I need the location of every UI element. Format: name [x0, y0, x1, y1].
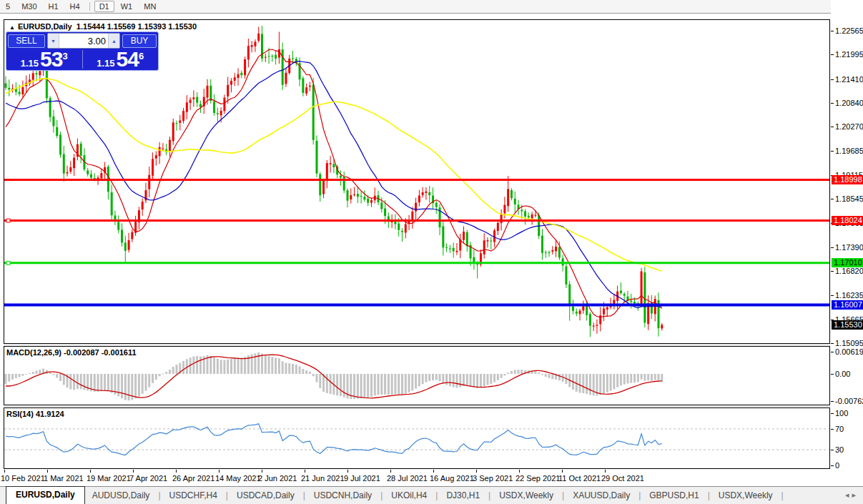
tab-audusd-daily[interactable]: AUDUSD,Daily [85, 488, 157, 504]
tab-separator: | [780, 488, 785, 504]
macd-histogram [5, 352, 664, 400]
price-badge-1.15530: 1.15530 [832, 320, 863, 330]
toolbar-separator [89, 2, 90, 11]
price-tick-label: 1.21995 [835, 50, 863, 59]
panel-splitter[interactable] [4, 345, 830, 345]
tab-usdx-weekly[interactable]: USDX,Weekly [492, 488, 561, 504]
moving-average-8 [6, 49, 662, 317]
macd-tick-mark [831, 352, 834, 352]
line-handle[interactable] [6, 219, 10, 222]
date-label: 2 Jun 2021 [258, 474, 297, 483]
ask-price-sup: 6 [139, 53, 144, 60]
line-handle[interactable] [6, 261, 10, 265]
date-tick-mark [90, 470, 91, 473]
price-tick-mark [831, 31, 834, 31]
macd-tick-label: -0.00762 [835, 397, 863, 405]
timeframe-button-5[interactable]: 5 [1, 1, 15, 12]
date-tick-mark [176, 470, 177, 473]
price-badge-1.18998: 1.18998 [832, 175, 863, 184]
date-label: 7 Apr 2021 [129, 474, 167, 483]
date-tick-mark [347, 470, 348, 473]
rsi-panel[interactable] [4, 407, 830, 469]
bid-price[interactable]: 1.15 53 3 [6, 49, 82, 70]
timeframe-button-m30[interactable]: M30 [16, 1, 41, 12]
price-tick-label: 1.20840 [835, 99, 863, 107]
sell-button[interactable]: SELL [8, 34, 45, 48]
tab-separator: | [379, 488, 384, 504]
tab-scroll-right-icon[interactable]: ▸ [852, 490, 859, 499]
date-label: 29 Oct 2021 [601, 474, 644, 483]
collapse-arrow-icon[interactable]: ▲ [9, 24, 15, 31]
date-tick-mark [433, 470, 434, 473]
timeframe-button-w1[interactable]: W1 [116, 1, 138, 12]
panel-splitter[interactable] [4, 406, 830, 407]
rsi-tick-mark [831, 413, 834, 414]
tab-ukoil-h4[interactable]: UKOil,H4 [384, 488, 434, 504]
date-tick-mark [390, 470, 391, 473]
tab-dj30-h1[interactable]: DJ30,H1 [439, 488, 487, 504]
tab-scroll-arrows[interactable]: ◂▸ [845, 490, 859, 500]
tab-separator: | [302, 488, 307, 504]
buy-button[interactable]: BUY [122, 34, 157, 48]
tab-separator: | [637, 488, 642, 504]
volume-decrease-button[interactable]: ▼ [48, 34, 59, 48]
tab-separator: | [487, 488, 492, 504]
macd-tick-label: 0.00 [835, 370, 850, 378]
price-tick-mark [831, 54, 834, 55]
price-tick-mark [831, 79, 834, 80]
volume-spinner: ▼ 3.00 ▲ [47, 33, 120, 49]
date-label: 14 May 2021 [215, 474, 261, 483]
volume-input[interactable]: 3.00 [59, 36, 108, 46]
price-tick-mark [831, 295, 834, 296]
date-tick-mark [262, 470, 262, 473]
price-badge-1.16007: 1.16007 [832, 300, 863, 310]
tab-gbpusd-h1[interactable]: GBPUSD,H1 [642, 488, 706, 504]
tab-separator: | [225, 488, 230, 504]
tab-usdchf-h4[interactable]: USDCHF,H4 [162, 488, 225, 504]
ask-price-big: 54 [117, 50, 139, 69]
bid-price-small: 1.15 [21, 58, 39, 69]
chart-title: ▲EURUSD,Daily 1.15444 1.15569 1.15393 1.… [9, 22, 197, 31]
ask-price[interactable]: 1.15 54 6 [83, 49, 159, 70]
price-tick-mark [831, 271, 834, 272]
price-tick-label: 1.20270 [835, 122, 863, 131]
timeframe-button-mn[interactable]: MN [139, 1, 161, 12]
price-tick-label: 1.22565 [835, 26, 863, 35]
tab-usdx-weekly[interactable]: USDX,Weekly [711, 488, 780, 504]
rsi-tick-label: 100 [835, 409, 848, 417]
price-tick-label: 1.16820 [835, 267, 863, 275]
macd-tick-mark [831, 401, 834, 402]
timeframe-button-d1[interactable]: D1 [94, 1, 114, 12]
price-tick-mark [831, 199, 834, 199]
date-tick-mark [133, 470, 134, 473]
price-tick-mark [831, 343, 834, 344]
tab-usdcnh-daily[interactable]: USDCNH,Daily [307, 488, 379, 504]
macd-tick-mark [831, 374, 834, 375]
tab-xauusd-daily[interactable]: XAUUSD,Daily [566, 488, 637, 504]
macd-label: MACD(12,26,9) -0.002087 -0.001611 [6, 348, 137, 357]
timeframe-button-h4[interactable]: H4 [65, 1, 85, 12]
volume-increase-button[interactable]: ▲ [108, 34, 119, 48]
date-tick-mark [47, 470, 48, 473]
price-tick-mark [831, 127, 834, 127]
bid-price-sup: 3 [62, 53, 67, 60]
ohlc-low: 1.15393 [138, 22, 167, 31]
timeframe-toolbar: 5M30H1H4D1W1MN [0, 0, 863, 14]
moving-average-55 [6, 79, 662, 272]
one-click-trading-widget: SELL ▼ 3.00 ▲ BUY 1.15 53 3 1.15 54 6 [6, 31, 159, 71]
date-tick-mark [4, 470, 5, 473]
moving-average-21 [6, 61, 662, 308]
date-tick-mark [476, 470, 477, 473]
price-tick-label: 1.15095 [835, 339, 863, 347]
tab-eurusd-daily[interactable]: EURUSD,Daily [6, 486, 85, 504]
price-tick-label: 1.18545 [835, 194, 863, 203]
rsi-tick-mark [831, 450, 834, 450]
tab-separator: | [561, 488, 566, 504]
price-tick-mark [831, 247, 834, 248]
rsi-tick-label: 70 [835, 425, 844, 433]
date-tick-mark [519, 470, 520, 473]
timeframe-button-h1[interactable]: H1 [44, 1, 64, 12]
rsi-line [6, 424, 662, 455]
date-label: 21 Jun 2021 [301, 474, 345, 483]
tab-usdcad-daily[interactable]: USDCAD,Daily [230, 488, 302, 504]
